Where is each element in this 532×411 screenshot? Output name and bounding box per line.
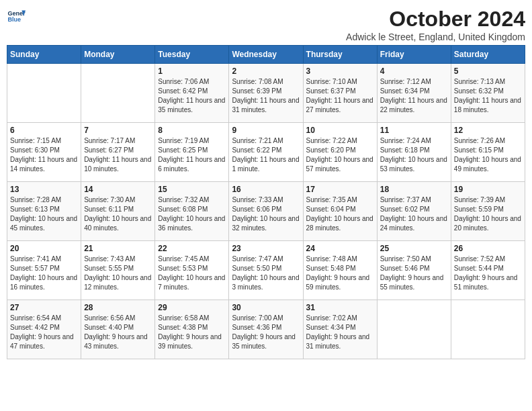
day-info: Sunrise: 6:56 AM Sunset: 4:40 PM Dayligh…	[84, 314, 152, 351]
day-number: 1	[158, 66, 226, 76]
day-cell: 18Sunrise: 7:37 AM Sunset: 6:02 PM Dayli…	[377, 182, 451, 241]
day-number: 12	[454, 126, 522, 135]
column-header-saturday: Saturday	[451, 46, 525, 64]
week-row-3: 13Sunrise: 7:28 AM Sunset: 6:13 PM Dayli…	[7, 182, 525, 241]
column-header-sunday: Sunday	[7, 46, 81, 64]
day-cell: 2Sunrise: 7:08 AM Sunset: 6:39 PM Daylig…	[229, 64, 303, 123]
day-cell: 20Sunrise: 7:41 AM Sunset: 5:57 PM Dayli…	[7, 241, 81, 300]
svg-text:Blue: Blue	[7, 16, 21, 23]
day-number: 21	[84, 244, 152, 253]
day-number: 2	[232, 66, 300, 76]
column-header-friday: Friday	[377, 46, 451, 64]
day-info: Sunrise: 7:22 AM Sunset: 6:20 PM Dayligh…	[306, 136, 374, 174]
day-info: Sunrise: 7:06 AM Sunset: 6:42 PM Dayligh…	[158, 77, 226, 115]
day-number: 26	[454, 244, 522, 253]
day-info: Sunrise: 7:08 AM Sunset: 6:39 PM Dayligh…	[232, 77, 300, 115]
day-cell: 26Sunrise: 7:52 AM Sunset: 5:44 PM Dayli…	[451, 241, 525, 300]
day-cell: 15Sunrise: 7:32 AM Sunset: 6:08 PM Dayli…	[155, 182, 229, 241]
column-header-thursday: Thursday	[303, 46, 377, 64]
day-number: 6	[10, 126, 78, 135]
day-number: 7	[84, 126, 152, 135]
calendar-table: SundayMondayTuesdayWednesdayThursdayFrid…	[7, 45, 525, 359]
day-info: Sunrise: 7:47 AM Sunset: 5:50 PM Dayligh…	[232, 255, 300, 292]
day-number: 31	[306, 303, 374, 312]
day-cell	[81, 64, 155, 123]
day-info: Sunrise: 6:54 AM Sunset: 4:42 PM Dayligh…	[10, 314, 78, 351]
day-info: Sunrise: 7:30 AM Sunset: 6:11 PM Dayligh…	[84, 195, 152, 233]
day-number: 9	[232, 126, 300, 135]
logo: General Blue	[7, 7, 26, 26]
day-info: Sunrise: 7:15 AM Sunset: 6:30 PM Dayligh…	[10, 136, 78, 174]
day-cell: 3Sunrise: 7:10 AM Sunset: 6:37 PM Daylig…	[303, 64, 377, 123]
day-cell: 31Sunrise: 7:02 AM Sunset: 4:34 PM Dayli…	[303, 300, 377, 359]
day-cell: 6Sunrise: 7:15 AM Sunset: 6:30 PM Daylig…	[7, 123, 81, 182]
day-info: Sunrise: 7:48 AM Sunset: 5:48 PM Dayligh…	[306, 255, 374, 292]
day-cell: 25Sunrise: 7:50 AM Sunset: 5:46 PM Dayli…	[377, 241, 451, 300]
day-number: 20	[10, 244, 78, 253]
week-row-4: 20Sunrise: 7:41 AM Sunset: 5:57 PM Dayli…	[7, 241, 525, 300]
day-cell: 16Sunrise: 7:33 AM Sunset: 6:06 PM Dayli…	[229, 182, 303, 241]
day-info: Sunrise: 7:17 AM Sunset: 6:27 PM Dayligh…	[84, 136, 152, 174]
day-info: Sunrise: 7:10 AM Sunset: 6:37 PM Dayligh…	[306, 77, 374, 115]
day-info: Sunrise: 7:28 AM Sunset: 6:13 PM Dayligh…	[10, 195, 78, 233]
day-number: 3	[306, 66, 374, 76]
day-number: 18	[380, 185, 448, 194]
column-header-tuesday: Tuesday	[155, 46, 229, 64]
day-number: 10	[306, 126, 374, 135]
day-number: 29	[158, 303, 226, 312]
day-number: 25	[380, 244, 448, 253]
day-number: 24	[306, 244, 374, 253]
day-cell	[377, 300, 451, 359]
day-number: 17	[306, 185, 374, 194]
page-header: General Blue October 2024 Adwick le Stre…	[7, 7, 525, 42]
day-number: 22	[158, 244, 226, 253]
day-info: Sunrise: 7:00 AM Sunset: 4:36 PM Dayligh…	[232, 314, 300, 351]
day-info: Sunrise: 7:12 AM Sunset: 6:34 PM Dayligh…	[380, 77, 448, 115]
day-number: 4	[380, 66, 448, 76]
day-number: 14	[84, 185, 152, 194]
day-cell: 12Sunrise: 7:26 AM Sunset: 6:15 PM Dayli…	[451, 123, 525, 182]
day-info: Sunrise: 7:43 AM Sunset: 5:55 PM Dayligh…	[84, 255, 152, 292]
day-cell: 9Sunrise: 7:21 AM Sunset: 6:22 PM Daylig…	[229, 123, 303, 182]
day-cell: 5Sunrise: 7:13 AM Sunset: 6:32 PM Daylig…	[451, 64, 525, 123]
logo-icon: General Blue	[7, 7, 26, 26]
day-number: 13	[10, 185, 78, 194]
day-info: Sunrise: 7:24 AM Sunset: 6:18 PM Dayligh…	[380, 136, 448, 174]
column-header-wednesday: Wednesday	[229, 46, 303, 64]
day-number: 16	[232, 185, 300, 194]
day-number: 27	[10, 303, 78, 312]
day-cell: 29Sunrise: 6:58 AM Sunset: 4:38 PM Dayli…	[155, 300, 229, 359]
day-number: 19	[454, 185, 522, 194]
day-number: 11	[380, 126, 448, 135]
day-info: Sunrise: 7:32 AM Sunset: 6:08 PM Dayligh…	[158, 195, 226, 233]
day-cell: 17Sunrise: 7:35 AM Sunset: 6:04 PM Dayli…	[303, 182, 377, 241]
day-info: Sunrise: 7:41 AM Sunset: 5:57 PM Dayligh…	[10, 255, 78, 292]
day-cell: 30Sunrise: 7:00 AM Sunset: 4:36 PM Dayli…	[229, 300, 303, 359]
day-cell: 4Sunrise: 7:12 AM Sunset: 6:34 PM Daylig…	[377, 64, 451, 123]
day-cell: 22Sunrise: 7:45 AM Sunset: 5:53 PM Dayli…	[155, 241, 229, 300]
location: Adwick le Street, England, United Kingdo…	[346, 32, 525, 42]
day-info: Sunrise: 7:45 AM Sunset: 5:53 PM Dayligh…	[158, 255, 226, 292]
day-cell: 10Sunrise: 7:22 AM Sunset: 6:20 PM Dayli…	[303, 123, 377, 182]
day-cell: 8Sunrise: 7:19 AM Sunset: 6:25 PM Daylig…	[155, 123, 229, 182]
day-cell: 19Sunrise: 7:39 AM Sunset: 5:59 PM Dayli…	[451, 182, 525, 241]
day-info: Sunrise: 7:33 AM Sunset: 6:06 PM Dayligh…	[232, 195, 300, 233]
week-row-5: 27Sunrise: 6:54 AM Sunset: 4:42 PM Dayli…	[7, 300, 525, 359]
day-number: 28	[84, 303, 152, 312]
day-number: 23	[232, 244, 300, 253]
day-info: Sunrise: 7:52 AM Sunset: 5:44 PM Dayligh…	[454, 255, 522, 292]
day-cell	[451, 300, 525, 359]
column-header-monday: Monday	[81, 46, 155, 64]
month-title: October 2024	[346, 7, 525, 32]
day-info: Sunrise: 7:50 AM Sunset: 5:46 PM Dayligh…	[380, 255, 448, 292]
title-section: October 2024 Adwick le Street, England, …	[346, 7, 525, 42]
day-cell: 27Sunrise: 6:54 AM Sunset: 4:42 PM Dayli…	[7, 300, 81, 359]
week-row-2: 6Sunrise: 7:15 AM Sunset: 6:30 PM Daylig…	[7, 123, 525, 182]
day-cell: 11Sunrise: 7:24 AM Sunset: 6:18 PM Dayli…	[377, 123, 451, 182]
day-info: Sunrise: 6:58 AM Sunset: 4:38 PM Dayligh…	[158, 314, 226, 351]
day-number: 30	[232, 303, 300, 312]
day-cell: 14Sunrise: 7:30 AM Sunset: 6:11 PM Dayli…	[81, 182, 155, 241]
week-row-1: 1Sunrise: 7:06 AM Sunset: 6:42 PM Daylig…	[7, 64, 525, 123]
day-info: Sunrise: 7:26 AM Sunset: 6:15 PM Dayligh…	[454, 136, 522, 174]
day-info: Sunrise: 7:19 AM Sunset: 6:25 PM Dayligh…	[158, 136, 226, 174]
